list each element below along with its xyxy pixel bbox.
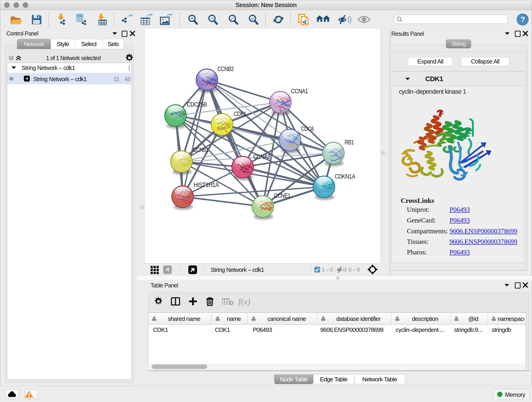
- svg-text:HIST1H1A: HIST1H1A: [194, 182, 219, 188]
- svg-text:CDKN1A: CDKN1A: [335, 173, 355, 180]
- svg-text:CCNB2: CCNB2: [217, 65, 234, 72]
- svg-text:RB1: RB1: [345, 139, 354, 146]
- svg-text:CCNA1: CCNA1: [291, 88, 308, 95]
- svg-text:CCNB1: CCNB1: [193, 147, 208, 153]
- svg-text:CCNA2: CCNA2: [253, 153, 270, 160]
- svg-text:CDK1: CDK1: [234, 110, 246, 117]
- svg-text:CDC25B: CDC25B: [187, 101, 207, 108]
- svg-text:CCNE1: CCNE1: [274, 192, 290, 199]
- svg-text:CDC6: CDC6: [301, 125, 314, 132]
- svg-text:?: ?: [520, 15, 525, 24]
